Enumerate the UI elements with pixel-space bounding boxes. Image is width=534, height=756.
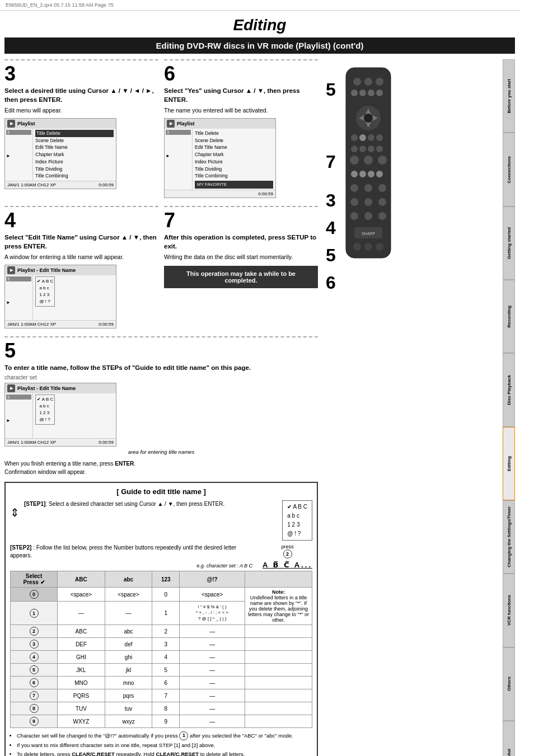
sidebar-item-before-you-start[interactable]: Before you start	[503, 59, 515, 133]
my-favorite: MY FAVORITE	[195, 181, 273, 189]
right-num-7: 7	[324, 148, 338, 176]
sidebar-item-others[interactable]: Others	[503, 647, 515, 721]
svg-point-4	[351, 90, 358, 96]
step-4-block: 4 Select "Edit Title Name" using Cursor …	[4, 206, 158, 331]
step-7-block: 7 After this operation is completed, pre…	[164, 206, 318, 331]
meta-line: E9656UD_EN_2.qx4 05.7.15 11:58 AM Page 7…	[0, 0, 519, 11]
svg-point-36	[364, 212, 372, 220]
table-row: 5 JKL jkl 5 —	[11, 664, 312, 677]
svg-point-7	[376, 90, 383, 96]
playlist-box-3: ▶ Playlist 3 ► Title Delete Sce	[4, 118, 116, 189]
playlist-menu-3: Title Delete Scene Delete Edit Title Nam…	[33, 129, 116, 181]
guide-step2-row: [STEP2] : Follow the list below, press t…	[10, 544, 312, 571]
svg-point-40	[353, 243, 361, 251]
sidebar-tabs: Before you start Connections Getting sta…	[503, 59, 515, 756]
guide-title: [ Guide to edit title name ]	[10, 487, 312, 496]
char-table-body: 0 <space> <space> 0 <space> Note: Undefi…	[11, 588, 312, 728]
svg-point-14	[351, 134, 358, 141]
svg-point-29	[350, 184, 358, 192]
step-5-enter: When you finish entering a title name, p…	[4, 459, 318, 476]
svg-point-19	[359, 145, 366, 152]
note-text: Undefined letters in a title name are sh…	[247, 595, 310, 623]
step-5-sub: character set	[4, 374, 318, 381]
svg-point-32	[350, 198, 358, 206]
sidebar-item-editing[interactable]: Editing	[503, 427, 515, 500]
svg-text:SHARP: SHARP	[362, 232, 375, 236]
bullet-notes: Character set will be changed to the "@!…	[10, 731, 312, 756]
svg-point-1	[353, 78, 361, 86]
step-4-number: 4	[4, 210, 158, 231]
playlist-arrow-4: ►	[6, 300, 31, 305]
svg-point-33	[364, 198, 372, 206]
right-num-6b: 6	[324, 269, 338, 297]
page-title: Editing	[0, 11, 519, 37]
playlist-icon-6: ▶	[167, 120, 175, 128]
char-set-box: ✔ A B C a b c 1 2 3 @ ! ?	[282, 500, 312, 541]
bullet-3: To delete letters, press CLEAR/C.RESET r…	[17, 750, 312, 756]
right-num-3b: 3	[324, 187, 338, 214]
svg-point-18	[351, 145, 358, 152]
svg-point-17	[376, 134, 383, 141]
svg-point-34	[378, 198, 386, 206]
svg-point-6	[368, 90, 374, 96]
playlist-box-6: ▶ Playlist 3 ► Title Delete Sce	[164, 118, 276, 198]
playlist-char-5: ✔ A B C a b c 1 2 3 @ ! ?	[33, 393, 116, 438]
playlist-box-5: ▶ Playlist - Edit Title Name 3 ► ✔ A B C	[4, 383, 116, 447]
step-5-title: To enter a title name, follow the STEPs …	[4, 363, 318, 372]
right-step-numbers: 5 7 3 4 5 6	[324, 59, 338, 297]
sidebar-item-espanol[interactable]: Español	[503, 721, 515, 756]
guide-step1-row: ⇕ [STEP1]: Select a desired character se…	[10, 500, 312, 541]
svg-point-22	[350, 156, 359, 165]
sidebar-item-recording[interactable]: Recording	[503, 280, 515, 353]
step-6-number: 6	[164, 64, 318, 84]
step-4-title: Select "Edit Title Name" using Cursor ▲ …	[4, 233, 158, 251]
sidebar-item-changing-settings[interactable]: Changing the Settings/Timer	[503, 500, 515, 574]
sidebar-item-disc-playback[interactable]: Disc Playback	[503, 353, 515, 426]
note-title: Note:	[247, 589, 310, 595]
svg-point-16	[368, 134, 374, 141]
step-7-title: After this operation is completed, press…	[164, 233, 318, 251]
table-row: 3 DEF def 3 —	[11, 638, 312, 651]
table-row: 4 GHI ghi 4 —	[11, 651, 312, 664]
col-header-abc-lc: abc	[105, 571, 152, 588]
guide-box: [ Guide to edit title name ] ⇕ [STEP1]: …	[4, 482, 318, 756]
svg-point-27	[368, 171, 374, 177]
svg-point-23	[364, 156, 373, 165]
table-row: 8 TUV tuv 8 —	[11, 702, 312, 715]
playlist-arrow-6: ►	[166, 153, 191, 158]
svg-point-28	[376, 171, 383, 177]
step-4-desc: A window for entering a title name will …	[4, 253, 158, 261]
playlist-icon-4: ▶	[7, 266, 15, 274]
sidebar-item-vcr-functions[interactable]: VCR functions	[503, 574, 515, 647]
table-row: 2 ABC abc 2 —	[11, 625, 312, 638]
remote-control: SHARP	[340, 65, 396, 262]
svg-point-20	[368, 145, 374, 152]
step-3-desc: Edit menu will appear.	[4, 106, 158, 115]
step-6-block: 6 Select "Yes" using Cursor ▲ / ▼, then …	[164, 59, 318, 200]
section-header: Editing DVD-RW discs in VR mode (Playlis…	[4, 37, 515, 54]
svg-point-13	[364, 114, 373, 123]
svg-point-41	[364, 243, 372, 251]
guide-example: e.g. character set : A B C	[10, 563, 252, 569]
playlist-char-4: ✔ A B C a b c 1 2 3 @ ! ?	[33, 275, 116, 320]
guide-press-label: press	[282, 544, 294, 550]
col-header-sym: @!?	[180, 571, 245, 588]
sidebar-item-getting-started[interactable]: Getting started	[503, 206, 515, 280]
sidebar-item-connections[interactable]: Connections	[503, 133, 515, 206]
step-5-block: 5 To enter a title name, follow the STEP…	[4, 336, 318, 476]
col-header-note	[245, 571, 312, 588]
playlist-icon-5: ▶	[7, 384, 15, 392]
step-3-title: Select a desired title using Cursor ▲ / …	[4, 86, 158, 104]
svg-point-3	[376, 78, 383, 86]
char-table: SelectPress ✔ ABC abc 123 @!? 0	[10, 571, 312, 728]
step-7-number: 7	[164, 210, 318, 231]
table-row: 6 MNO mno 6 —	[11, 677, 312, 689]
svg-point-31	[378, 184, 386, 192]
col-header-123: 123	[152, 571, 180, 588]
operation-warning: This operation may take a while to be co…	[164, 266, 318, 288]
table-row: 7 PQRS pqrs 7 —	[11, 689, 312, 702]
guide-abc-display: A B̅ C̅ A...	[263, 561, 312, 569]
svg-point-2	[364, 78, 372, 86]
svg-point-30	[364, 184, 372, 192]
guide-press-num: 2	[283, 550, 292, 558]
